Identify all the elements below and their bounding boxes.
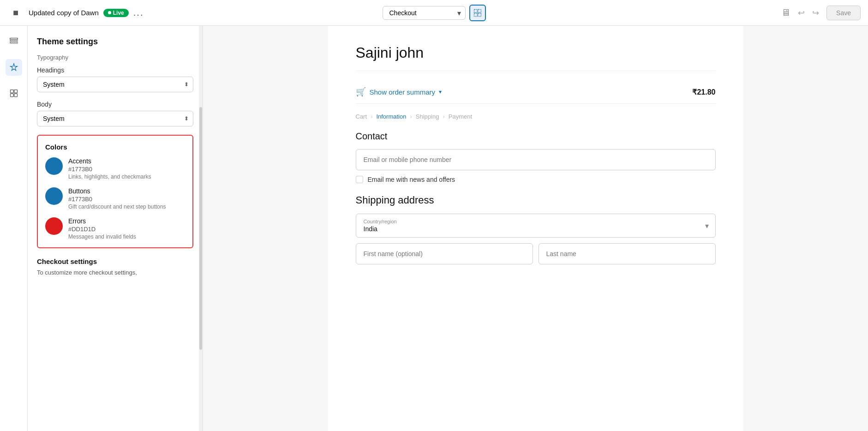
- accents-swatch[interactable]: [45, 157, 63, 175]
- newsletter-checkbox[interactable]: [356, 176, 363, 183]
- svg-rect-3: [478, 13, 481, 16]
- chevron-down-icon: ▾: [439, 89, 442, 95]
- rail-layout-icon[interactable]: [6, 33, 22, 50]
- svg-rect-1: [478, 9, 481, 12]
- settings-title: Theme settings: [37, 37, 193, 47]
- buttons-desc: Gift card/discount and next step buttons: [68, 204, 166, 210]
- errors-swatch[interactable]: [45, 217, 63, 235]
- checkout-settings-desc: To customize more checkout settings,: [37, 269, 193, 276]
- svg-rect-8: [14, 90, 17, 93]
- headings-select-wrap: System: [37, 77, 193, 92]
- order-summary-label: Show order summary: [370, 88, 436, 96]
- country-chevron-icon: ▾: [705, 221, 709, 230]
- store-title: Updated copy of Dawn: [29, 9, 99, 17]
- breadcrumb-cart[interactable]: Cart: [356, 113, 367, 120]
- rail-customize-icon[interactable]: [6, 59, 22, 76]
- breadcrumb-information[interactable]: Information: [376, 113, 406, 120]
- back-button[interactable]: ■: [7, 5, 24, 21]
- svg-rect-4: [10, 38, 18, 40]
- save-button[interactable]: Save: [826, 6, 861, 20]
- svg-rect-2: [474, 13, 477, 16]
- email-field[interactable]: [356, 149, 716, 170]
- contact-section-label: Contact: [356, 131, 716, 142]
- main-layout: Theme settings Typography Headings Syste…: [0, 26, 868, 431]
- errors-name: Errors: [68, 217, 136, 225]
- svg-rect-10: [14, 94, 17, 97]
- accents-desc: Links, highlights, and checkmarks: [68, 174, 151, 180]
- svg-rect-7: [10, 90, 13, 93]
- order-price: ₹21.80: [692, 88, 715, 96]
- body-select-wrap: System: [37, 111, 193, 126]
- preview-area: Sajini john 🛒 Show order summary ▾ ₹21.8…: [203, 26, 868, 431]
- cursor-tool-button[interactable]: [469, 5, 486, 21]
- live-dot: [108, 11, 111, 14]
- more-button[interactable]: ...: [133, 7, 144, 18]
- topbar: ■ Updated copy of Dawn Live ... Checkout…: [0, 0, 868, 26]
- breadcrumb-sep-3: ›: [443, 113, 444, 120]
- errors-info: Errors #DD1D1D Messages and invalid fiel…: [68, 217, 136, 240]
- accents-hex: #1773B0: [68, 166, 151, 173]
- live-badge: Live: [103, 9, 129, 17]
- redo-button[interactable]: ↪: [809, 6, 822, 20]
- scroll-track[interactable]: [199, 26, 203, 431]
- last-name-field[interactable]: [539, 243, 716, 264]
- colors-section: Colors Accents #1773B0 Links, highlights…: [37, 135, 193, 248]
- color-item-accents: Accents #1773B0 Links, highlights, and c…: [45, 157, 185, 180]
- first-name-field[interactable]: [356, 243, 533, 264]
- country-select-label: Country/region: [364, 219, 708, 224]
- store-name: Sajini john: [356, 44, 716, 71]
- svg-rect-6: [10, 42, 18, 44]
- icon-rail: [0, 26, 28, 431]
- headings-select[interactable]: System: [37, 77, 193, 92]
- buttons-info: Buttons #1773B0 Gift card/discount and n…: [68, 187, 166, 210]
- topbar-center: Checkout: [383, 5, 486, 21]
- topbar-left: ■ Updated copy of Dawn Live ...: [7, 5, 377, 21]
- breadcrumb: Cart › Information › Shipping › Payment: [356, 113, 716, 120]
- svg-rect-5: [10, 41, 18, 42]
- country-select-value: India: [364, 225, 708, 233]
- topbar-right: 🖥 ↩ ↪ Save: [491, 6, 861, 20]
- breadcrumb-payment[interactable]: Payment: [449, 113, 472, 120]
- order-summary-bar: 🛒 Show order summary ▾ ₹21.80: [356, 80, 716, 104]
- newsletter-label: Email me with news and offers: [368, 176, 455, 183]
- scroll-thumb: [199, 107, 202, 350]
- errors-desc: Messages and invalid fields: [68, 233, 136, 240]
- cart-icon: 🛒: [356, 87, 366, 97]
- headings-label: Headings: [37, 66, 193, 74]
- checkout-preview: Sajini john 🛒 Show order summary ▾ ₹21.8…: [328, 26, 743, 431]
- buttons-swatch[interactable]: [45, 187, 63, 205]
- undo-redo-group: ↩ ↪: [795, 6, 822, 20]
- errors-hex: #DD1D1D: [68, 226, 136, 233]
- svg-rect-0: [474, 9, 477, 12]
- typography-heading: Typography: [37, 54, 193, 61]
- accents-name: Accents: [68, 157, 151, 165]
- color-item-errors: Errors #DD1D1D Messages and invalid fiel…: [45, 217, 185, 240]
- color-item-buttons: Buttons #1773B0 Gift card/discount and n…: [45, 187, 185, 210]
- body-label: Body: [37, 101, 193, 108]
- accents-info: Accents #1773B0 Links, highlights, and c…: [68, 157, 151, 180]
- newsletter-row: Email me with news and offers: [356, 176, 716, 183]
- buttons-name: Buttons: [68, 187, 166, 195]
- body-select[interactable]: System: [37, 111, 193, 126]
- name-row: [356, 243, 716, 264]
- monitor-icon[interactable]: 🖥: [781, 7, 790, 18]
- settings-panel: Theme settings Typography Headings Syste…: [28, 26, 203, 431]
- buttons-hex: #1773B0: [68, 196, 166, 203]
- shipping-section-label: Shipping address: [356, 194, 716, 206]
- undo-button[interactable]: ↩: [795, 6, 808, 20]
- breadcrumb-sep-2: ›: [410, 113, 412, 120]
- checkout-settings-title: Checkout settings: [37, 257, 193, 265]
- svg-rect-9: [10, 94, 13, 97]
- country-select-wrap[interactable]: Country/region India ▾: [356, 214, 716, 238]
- rail-sections-icon[interactable]: [6, 85, 22, 102]
- page-dropdown-wrap: Checkout: [383, 6, 466, 20]
- breadcrumb-shipping[interactable]: Shipping: [416, 113, 439, 120]
- breadcrumb-sep-1: ›: [371, 113, 372, 120]
- order-summary-link[interactable]: 🛒 Show order summary ▾: [356, 87, 442, 97]
- colors-title: Colors: [45, 143, 185, 151]
- page-dropdown[interactable]: Checkout: [383, 6, 466, 20]
